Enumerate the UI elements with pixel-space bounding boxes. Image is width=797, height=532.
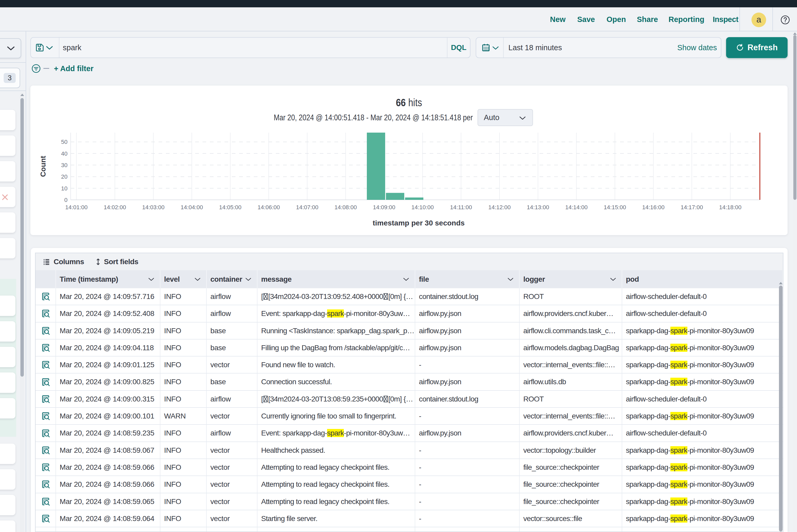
svg-text:14:01:00: 14:01:00 xyxy=(65,204,88,211)
svg-text:20: 20 xyxy=(61,173,68,180)
svg-text:14:02:00: 14:02:00 xyxy=(104,204,126,211)
svg-text:14:16:00: 14:16:00 xyxy=(642,204,665,211)
svg-text:14:03:00: 14:03:00 xyxy=(142,204,165,211)
svg-text:30: 30 xyxy=(61,162,68,168)
svg-text:14:06:00: 14:06:00 xyxy=(258,204,280,211)
svg-text:14:17:00: 14:17:00 xyxy=(681,204,703,211)
svg-text:50: 50 xyxy=(61,139,68,145)
svg-text:40: 40 xyxy=(61,150,68,157)
svg-text:14:12:00: 14:12:00 xyxy=(488,204,511,211)
svg-text:10: 10 xyxy=(61,185,68,192)
svg-text:14:05:00: 14:05:00 xyxy=(219,204,241,211)
svg-text:Count: Count xyxy=(39,156,47,177)
svg-text:timestamp per 30 seconds: timestamp per 30 seconds xyxy=(373,219,465,227)
svg-text:14:11:00: 14:11:00 xyxy=(450,204,472,211)
svg-text:14:15:00: 14:15:00 xyxy=(604,204,626,211)
svg-text:14:09:00: 14:09:00 xyxy=(373,204,395,211)
svg-text:14:13:00: 14:13:00 xyxy=(527,204,549,211)
svg-text:14:10:00: 14:10:00 xyxy=(411,204,434,211)
svg-text:14:07:00: 14:07:00 xyxy=(296,204,318,211)
svg-text:14:04:00: 14:04:00 xyxy=(181,204,203,211)
svg-text:14:14:00: 14:14:00 xyxy=(565,204,588,211)
svg-text:14:08:00: 14:08:00 xyxy=(334,204,357,211)
svg-text:14:18:00: 14:18:00 xyxy=(719,204,742,211)
svg-text:0: 0 xyxy=(64,197,68,203)
